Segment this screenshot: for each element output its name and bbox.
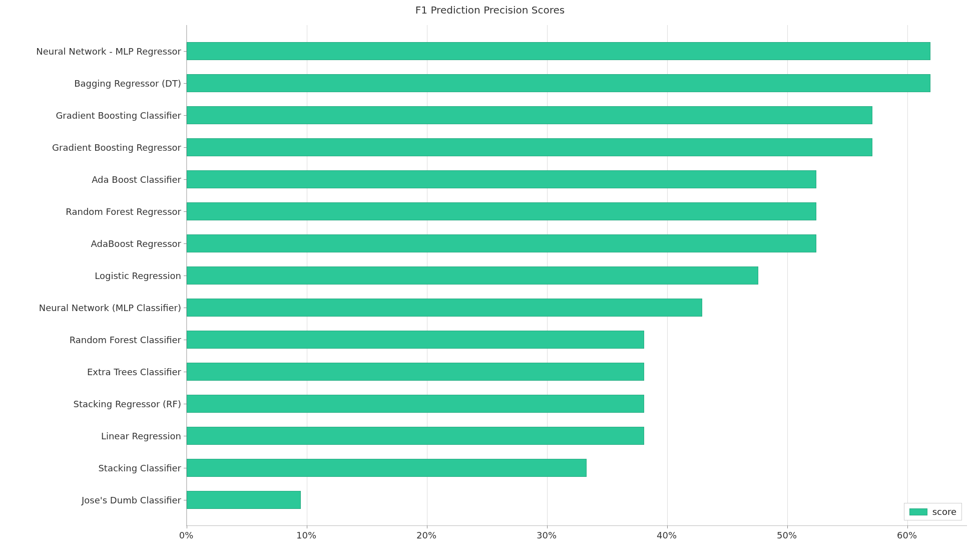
x-tick-mark	[307, 525, 307, 528]
bar	[187, 106, 872, 124]
y-tick-mark	[184, 115, 187, 116]
y-tick-label: Neural Network - MLP Regressor	[1, 46, 181, 57]
legend-swatch	[909, 508, 927, 515]
y-tick-label: Random Forest Regressor	[1, 206, 181, 217]
y-tick-mark	[184, 436, 187, 436]
figure: F1 Prediction Precision Scores	[0, 0, 980, 549]
y-tick-label: Jose's Dumb Classifier	[1, 495, 181, 505]
x-tick-label: 60%	[897, 530, 917, 540]
y-tick-mark	[184, 340, 187, 340]
y-tick-mark	[184, 404, 187, 404]
y-tick-label: Neural Network (MLP Classifier)	[1, 303, 181, 313]
gridline	[787, 25, 788, 525]
plot-area: score	[186, 25, 967, 526]
y-tick-mark	[184, 276, 187, 276]
bar	[187, 42, 930, 60]
x-tick-mark	[907, 525, 908, 528]
y-tick-label: Logistic Regression	[1, 270, 181, 281]
bar	[187, 299, 702, 317]
y-tick-mark	[184, 500, 187, 500]
y-tick-label: Ada Boost Classifier	[1, 174, 181, 185]
y-tick-label: Gradient Boosting Classifier	[1, 110, 181, 121]
bar	[187, 234, 816, 252]
bar	[187, 363, 644, 381]
x-tick-mark	[667, 525, 668, 528]
bar	[187, 331, 644, 349]
bar	[187, 459, 587, 477]
y-tick-mark	[184, 243, 187, 244]
x-tick-mark	[427, 525, 427, 528]
legend: score	[904, 503, 962, 520]
y-tick-label: Random Forest Classifier	[1, 335, 181, 345]
x-tick-mark	[787, 525, 788, 528]
x-tick-mark	[187, 525, 187, 528]
gridline	[907, 25, 908, 525]
x-tick-mark	[547, 525, 548, 528]
y-tick-mark	[184, 468, 187, 468]
y-tick-mark	[184, 83, 187, 84]
y-tick-label: Stacking Classifier	[1, 463, 181, 473]
bar	[187, 491, 301, 509]
y-tick-mark	[184, 51, 187, 52]
bar	[187, 202, 816, 220]
y-tick-mark	[184, 147, 187, 148]
legend-label: score	[932, 506, 956, 517]
bar	[187, 395, 644, 413]
y-tick-mark	[184, 308, 187, 308]
x-tick-label: 10%	[296, 530, 316, 540]
y-tick-mark	[184, 372, 187, 372]
x-tick-label: 20%	[416, 530, 436, 540]
x-tick-label: 50%	[777, 530, 797, 540]
y-tick-label: Extra Trees Classifier	[1, 367, 181, 377]
chart-title: F1 Prediction Precision Scores	[0, 4, 980, 16]
y-tick-label: Gradient Boosting Regressor	[1, 142, 181, 153]
y-tick-mark	[184, 211, 187, 212]
y-tick-mark	[184, 179, 187, 180]
bar	[187, 74, 930, 92]
y-tick-label: AdaBoost Regressor	[1, 238, 181, 249]
bar	[187, 266, 758, 285]
bar	[187, 170, 816, 188]
bar	[187, 138, 872, 156]
x-tick-label: 0%	[179, 530, 194, 540]
y-tick-label: Stacking Regressor (RF)	[1, 399, 181, 409]
x-tick-label: 30%	[537, 530, 557, 540]
y-tick-label: Linear Regression	[1, 431, 181, 441]
y-tick-label: Bagging Regressor (DT)	[1, 78, 181, 89]
bar	[187, 427, 644, 445]
x-tick-label: 40%	[657, 530, 677, 540]
